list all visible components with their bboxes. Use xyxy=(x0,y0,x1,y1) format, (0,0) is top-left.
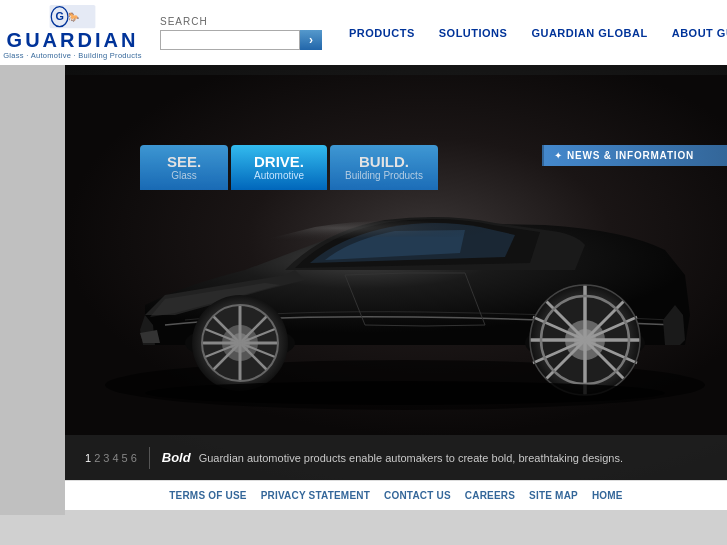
svg-point-31 xyxy=(145,381,665,405)
logo-tagline: Glass · Automotive · Building Products xyxy=(3,51,142,60)
tab-drive-sublabel: Automotive xyxy=(254,170,304,181)
nav-guardian-global[interactable]: GUARDIAN GLOBAL xyxy=(519,0,659,65)
tab-see-sublabel: Glass xyxy=(171,170,197,181)
slide-2[interactable]: 2 xyxy=(94,452,100,464)
search-label: SEARCH xyxy=(160,16,322,27)
tab-drive-label: DRIVE. xyxy=(254,154,304,171)
caption-bold-text: Bold xyxy=(162,450,191,465)
search-button[interactable]: › xyxy=(300,30,322,50)
tab-build-products[interactable]: BUILD. Building Products xyxy=(330,145,438,190)
caption-bar: 1 2 3 4 5 6 Bold Guardian automotive pro… xyxy=(65,435,727,480)
slide-5[interactable]: 5 xyxy=(122,452,128,464)
nav-solutions[interactable]: SOLUTIONS xyxy=(427,0,520,65)
logo-text: GUARDIAN xyxy=(7,30,139,50)
tab-drive-automotive[interactable]: DRIVE. Automotive xyxy=(231,145,327,190)
footer-contact[interactable]: CONTACT US xyxy=(384,490,451,501)
footer-home[interactable]: HOME xyxy=(592,490,623,501)
caption-description: Guardian automotive products enable auto… xyxy=(199,452,623,464)
slide-1[interactable]: 1 xyxy=(85,452,91,464)
hero-area: SEE. Glass DRIVE. Automotive BUILD. Buil… xyxy=(65,65,727,480)
news-icon: ✦ xyxy=(554,150,562,161)
nav-about-guardian[interactable]: ABOUT GUARDIAN xyxy=(660,0,727,65)
slide-3[interactable]: 3 xyxy=(103,452,109,464)
search-input[interactable] xyxy=(160,30,300,50)
nav-products[interactable]: PRODUCTS xyxy=(337,0,427,65)
footer: TERMS OF USE PRIVACY STATEMENT CONTACT U… xyxy=(65,480,727,510)
footer-terms[interactable]: TERMS OF USE xyxy=(169,490,246,501)
slide-numbers: 1 2 3 4 5 6 xyxy=(85,452,137,464)
caption-divider xyxy=(149,447,150,469)
search-area: SEARCH › xyxy=(145,8,337,58)
footer-sitemap[interactable]: SITE MAP xyxy=(529,490,578,501)
tab-see-label: SEE. xyxy=(167,154,201,171)
search-row: › xyxy=(160,30,322,50)
tab-see-glass[interactable]: SEE. Glass xyxy=(140,145,228,190)
footer-privacy[interactable]: PRIVACY STATEMENT xyxy=(261,490,370,501)
tab-build-label: BUILD. xyxy=(359,154,409,171)
page-wrapper: G 🐎 GUARDIAN Glass · Automotive · Buildi… xyxy=(0,0,727,545)
news-title: NEWS & INFORMATION xyxy=(567,150,694,161)
tab-build-sublabel: Building Products xyxy=(345,170,423,181)
news-header[interactable]: ✦ NEWS & INFORMATION xyxy=(544,145,727,166)
slide-4[interactable]: 4 xyxy=(112,452,118,464)
nav-area: PRODUCTS SOLUTIONS GUARDIAN GLOBAL ABOUT… xyxy=(337,0,727,65)
svg-text:G: G xyxy=(55,10,63,22)
footer-careers[interactable]: CAREERS xyxy=(465,490,515,501)
header: G 🐎 GUARDIAN Glass · Automotive · Buildi… xyxy=(0,0,727,65)
tabs-overlay: SEE. Glass DRIVE. Automotive BUILD. Buil… xyxy=(140,145,438,190)
car-illustration xyxy=(65,75,727,435)
news-panel: ✦ NEWS & INFORMATION xyxy=(542,145,727,166)
logo-area: G 🐎 GUARDIAN Glass · Automotive · Buildi… xyxy=(0,0,145,65)
main-content: SEE. Glass DRIVE. Automotive BUILD. Buil… xyxy=(65,65,727,510)
logo-icon: G 🐎 xyxy=(45,5,100,30)
slide-6[interactable]: 6 xyxy=(131,452,137,464)
bg-left-strip xyxy=(0,65,65,515)
car-scene xyxy=(65,65,727,480)
svg-text:🐎: 🐎 xyxy=(68,11,80,23)
